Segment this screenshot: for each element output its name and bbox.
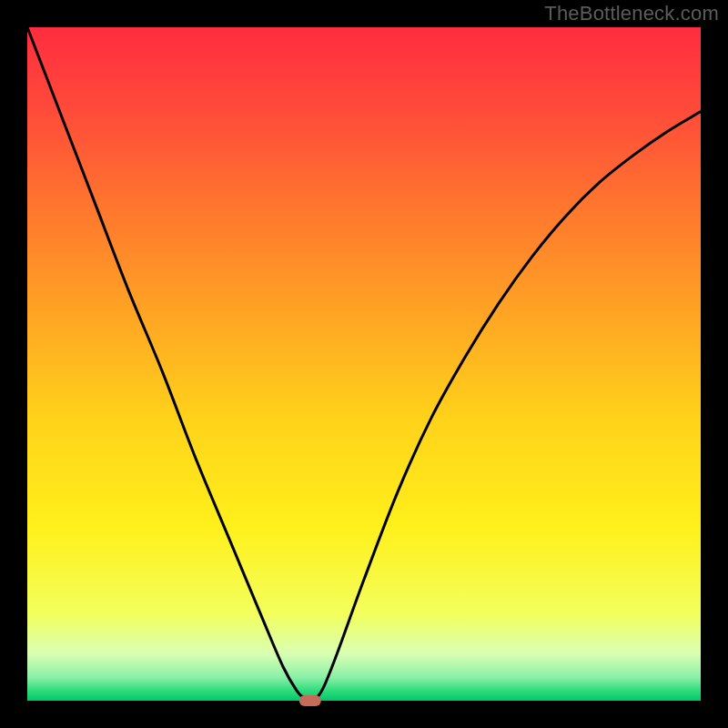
chart-container: TheBottleneck.com (0, 0, 728, 728)
watermark-text: TheBottleneck.com (544, 2, 719, 25)
optimal-point-marker (299, 695, 321, 706)
bottleneck-chart (0, 0, 728, 728)
plot-area (27, 27, 701, 701)
